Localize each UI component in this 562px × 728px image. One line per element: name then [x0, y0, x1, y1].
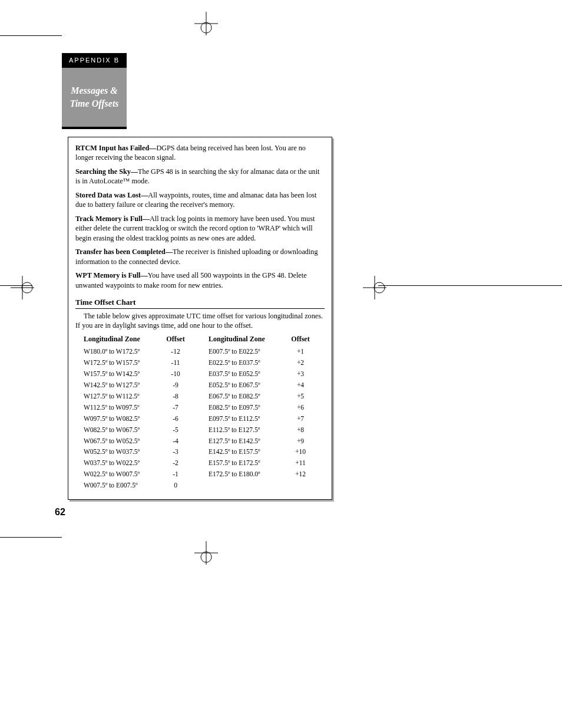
zone-cell: W052.5º to W037.5º — [84, 446, 154, 457]
page-number: 62 — [55, 507, 65, 518]
offset-cell: -1 — [166, 469, 185, 480]
message-head: WPT Memory is Full— — [75, 271, 148, 279]
offset-cell: +8 — [291, 424, 310, 436]
zone-cell: W172.5º to W157.5º — [84, 357, 154, 368]
sidebar-title-line1: Messages & — [71, 84, 118, 97]
crop-rule-mid-right — [378, 285, 562, 286]
offset-cell: -7 — [166, 402, 185, 413]
message-head: Track Memory is Full— — [75, 215, 150, 223]
zone-cell: E067.5º to E082.5º — [209, 391, 279, 402]
zone-cell: W082.5º to W067.5º — [84, 424, 154, 436]
crop-rule-top-left — [0, 35, 62, 36]
message-head: Searching the Sky— — [75, 167, 138, 176]
offset-cell: -3 — [166, 446, 185, 457]
offset-cell: +5 — [291, 391, 310, 402]
time-offset-intro: The table below gives approximate UTC ti… — [75, 311, 325, 331]
message-head: RTCM Input has Failed— — [75, 144, 156, 152]
time-offset-heading: Time Offset Chart — [75, 297, 325, 309]
offset-cell: -5 — [166, 424, 185, 436]
offset-cell: +6 — [291, 402, 310, 413]
zone-cell: W142.5º to W127.5º — [84, 380, 154, 391]
message-item: WPT Memory is Full—You have used all 500… — [75, 271, 325, 290]
message-item: Transfer has been Completed—The receiver… — [75, 247, 325, 266]
offset-cell: +2 — [291, 357, 310, 368]
zone-cell: E037.5º to E052.5º — [209, 368, 279, 380]
registration-mark-icon — [11, 276, 34, 299]
zone-cell: E127.5º to E142.5º — [209, 436, 279, 447]
zone-cell: E082.5º to E097.5º — [209, 402, 279, 413]
page: APPENDIX B Messages & Time Offsets RTCM … — [0, 0, 562, 728]
offset-cell: -12 — [166, 346, 185, 357]
zone-cell: W097.5º to W082.5º — [84, 413, 154, 424]
left-offset-cells: -12-11-10-9-8-7-6-5-4-3-2-10 — [166, 346, 185, 492]
offset-cell: +12 — [291, 469, 310, 480]
message-item: Searching the Sky—The GPS 48 is in searc… — [75, 167, 325, 186]
offset-cell: -11 — [166, 357, 185, 368]
messages-list: RTCM Input has Failed—DGPS data being re… — [75, 143, 325, 290]
zone-cell: W112.5º to W097.5º — [84, 402, 154, 413]
zone-cell: E112.5º to E127.5º — [209, 424, 279, 436]
zone-cell: E007.5º to E022.5º — [209, 346, 279, 357]
offset-cell: 0 — [166, 480, 185, 491]
registration-mark-icon — [363, 276, 386, 299]
offset-cell: +7 — [291, 413, 310, 424]
offset-cell: +11 — [291, 457, 310, 469]
zone-cell: E142.5º to E157.5º — [209, 446, 279, 457]
left-zone-cells: W180.0º to W172.5ºW172.5º to W157.5ºW157… — [84, 346, 154, 492]
offset-cell: -8 — [166, 391, 185, 402]
offset-table: Longitudinal Zone W180.0º to W172.5ºW172… — [84, 334, 325, 492]
zone-cell: W007.5º to E007.5º — [84, 480, 154, 491]
offset-cell: -6 — [166, 413, 185, 424]
crop-rule-bottom-left — [0, 537, 62, 538]
offset-cell: +10 — [291, 446, 310, 457]
right-offset-cells: +1+2+3+4+5+6+7+8+9+10+11+12 — [291, 346, 310, 480]
offset-cell: -2 — [166, 457, 185, 469]
col-head-offset: Offset — [166, 334, 185, 344]
offset-left-column: Longitudinal Zone W180.0º to W172.5ºW172… — [84, 334, 185, 492]
zone-cell: E052.5º to E067.5º — [209, 380, 279, 391]
offset-cell: -9 — [166, 380, 185, 391]
message-head: Transfer has been Completed— — [75, 248, 173, 256]
zone-cell: W157.5º to W142.5º — [84, 368, 154, 380]
zone-cell: E022.5º to E037.5º — [209, 357, 279, 368]
registration-mark-icon — [194, 541, 218, 565]
registration-mark-icon — [194, 12, 218, 35]
sidebar-title-block: Messages & Time Offsets — [62, 68, 127, 127]
zone-cell: E157.5º to E172.5º — [209, 457, 279, 469]
right-zone-cells: E007.5º to E022.5ºE022.5º to E037.5ºE037… — [209, 346, 279, 480]
zone-cell: W037.5º to W022.5º — [84, 457, 154, 469]
offset-cell: -10 — [166, 368, 185, 380]
offset-cell: +3 — [291, 368, 310, 380]
zone-cell: E172.5º to E180.0º — [209, 469, 279, 480]
content-box: RTCM Input has Failed—DGPS data being re… — [68, 137, 332, 500]
message-item: Stored Data was Lost—All waypoints, rout… — [75, 190, 325, 210]
offset-cell: +9 — [291, 436, 310, 447]
offset-cell: -4 — [166, 436, 185, 447]
zone-cell: E097.5º to E112.5º — [209, 413, 279, 424]
col-head-offset: Offset — [291, 334, 310, 344]
col-head-zone: Longitudinal Zone — [84, 334, 154, 344]
sidebar-title-line2: Time Offsets — [70, 97, 118, 110]
col-head-zone: Longitudinal Zone — [209, 334, 279, 344]
message-head: Stored Data was Lost— — [75, 191, 148, 199]
message-item: Track Memory is Full—All track log point… — [75, 214, 325, 243]
offset-cell: +4 — [291, 380, 310, 391]
appendix-label: APPENDIX B — [62, 57, 127, 64]
zone-cell: W022.5º to W007.5º — [84, 469, 154, 480]
zone-cell: W127.5º to W112.5º — [84, 391, 154, 402]
offset-cell: +1 — [291, 346, 310, 357]
zone-cell: W067.5º to W052.5º — [84, 436, 154, 447]
zone-cell: W180.0º to W172.5º — [84, 346, 154, 357]
offset-right-column: Longitudinal Zone E007.5º to E022.5ºE022… — [209, 334, 310, 492]
message-item: RTCM Input has Failed—DGPS data being re… — [75, 143, 325, 163]
